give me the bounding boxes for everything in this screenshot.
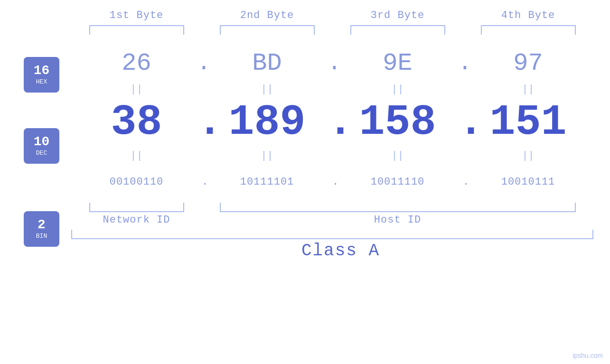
equals-1-1: || [71,84,202,95]
bracket-top-3 [332,25,463,35]
class-bracket-line [71,230,593,239]
hex-byte-4: 97 [463,49,593,77]
hex-badge: 16 HEX [24,57,59,93]
hex-byte-3: 9E [332,49,463,77]
id-labels-row: Network ID Host ID [71,214,610,226]
dec-byte-1: 38 [71,101,202,144]
bin-row: 00100110 . 10111101 . 10011110 . 1001011… [71,163,610,201]
bin-badge-label: BIN [36,233,47,240]
equals-2-1: || [71,150,202,162]
byte-headers: 1st Byte 2nd Byte 3rd Byte 4th Byte [71,9,610,21]
dec-badge-number: 10 [34,135,50,149]
bracket-bottom-network [71,203,202,212]
equals-1-2: || [202,84,332,95]
bracket-top-4 [463,25,593,35]
top-brackets [71,25,610,35]
bin-byte-4: 10010111 [463,176,593,188]
hex-byte-1: 26 [71,49,202,77]
byte-header-2: 2nd Byte [202,9,332,21]
hex-byte-2: BD [202,49,332,77]
bracket-line-bottom-network [89,203,184,212]
equals-2-4: || [463,150,593,162]
class-bracket-row [71,230,610,239]
dec-row: 38 . 189 . 158 . 151 [71,96,610,149]
watermark: ipshu.com [572,352,603,359]
bracket-bottom-host [202,203,593,212]
bracket-top-2 [202,25,332,35]
bracket-line-top-2 [220,25,315,35]
network-id-label: Network ID [71,214,202,226]
main-container: 1st Byte 2nd Byte 3rd Byte 4th Byte 26 .… [0,0,610,364]
dec-badge: 10 DEC [24,128,59,164]
class-label: Class A [80,241,602,261]
bin-badge-number: 2 [38,218,46,232]
byte-header-4: 4th Byte [463,9,593,21]
equals-2-2: || [202,150,332,162]
class-label-row: Class A [71,241,610,261]
byte-header-1: 1st Byte [71,9,202,21]
bracket-line-top-1 [89,25,184,35]
equals-1-3: || [332,84,463,95]
bottom-brackets [71,203,610,212]
bin-byte-2: 10111101 [202,176,332,188]
equals-1-4: || [463,84,593,95]
bracket-top-1 [71,25,202,35]
bracket-line-top-3 [350,25,445,35]
data-rows: 26 . BD . 9E . 97 || || || || 38 . 189 .… [0,44,610,364]
equals-row-2: || || || || [71,149,610,163]
dec-badge-label: DEC [36,149,47,157]
hex-badge-number: 16 [34,64,50,77]
byte-header-3: 3rd Byte [332,9,463,21]
bracket-line-top-4 [481,25,576,35]
host-id-label: Host ID [202,214,593,226]
bin-byte-3: 10011110 [332,176,463,188]
equals-row-1: || || || || [71,82,610,96]
equals-2-3: || [332,150,463,162]
bin-byte-1: 00100110 [71,176,202,188]
bracket-line-bottom-host [220,203,576,212]
hex-badge-label: HEX [36,78,47,85]
bin-badge: 2 BIN [24,211,59,247]
hex-row: 26 . BD . 9E . 97 [71,44,610,82]
